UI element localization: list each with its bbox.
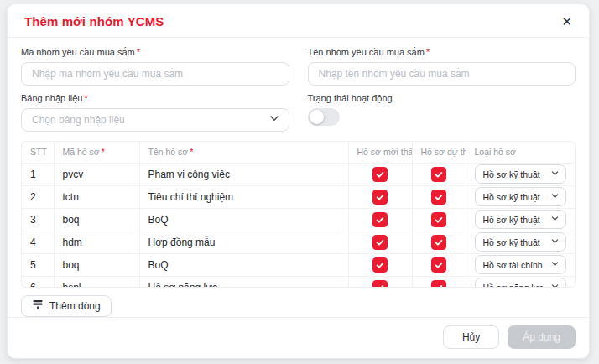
chevron-down-icon — [550, 237, 560, 248]
cell-bid-invite — [348, 276, 412, 288]
cell-name[interactable]: Phạm vi công việc — [139, 163, 348, 185]
chevron-down-icon — [268, 112, 280, 127]
bid-submit-checkbox[interactable] — [431, 235, 446, 250]
cell-bid-invite — [348, 185, 412, 208]
name-field-label: Tên nhóm yêu cầu mua sắm* — [308, 47, 576, 58]
insert-row-icon — [32, 299, 44, 313]
bid-invite-checkbox[interactable] — [372, 257, 388, 273]
bid-submit-checkbox[interactable] — [431, 190, 446, 205]
cell-name[interactable]: BoQ — [139, 253, 348, 276]
cell-stt: 6 — [22, 276, 54, 288]
doc-type-value: Hồ sơ kỹ thuật — [483, 215, 540, 225]
bid-invite-checkbox[interactable] — [372, 167, 388, 182]
doc-type-value: Hồ sơ kỹ thuật — [483, 192, 540, 202]
code-input[interactable] — [21, 62, 289, 86]
cell-bid-invite — [348, 163, 412, 185]
table-row: 2 tctn Tiêu chí thí nghiệm — [22, 185, 575, 208]
doc-type-value: Hồ sơ tài chính — [483, 260, 543, 270]
cell-stt: 5 — [22, 253, 54, 276]
dialog-title: Thêm mới nhóm YCMS — [24, 14, 164, 29]
doc-type-value: Hồ sơ năng lực — [483, 283, 544, 288]
bid-invite-checkbox[interactable] — [372, 280, 388, 288]
status-toggle[interactable] — [308, 108, 340, 126]
cell-code[interactable]: tctn — [54, 185, 139, 208]
col-header-name: Tên hồ sơ* — [139, 142, 348, 163]
doc-type-select[interactable]: Hồ sơ kỹ thuật — [475, 232, 567, 252]
chevron-down-icon — [550, 214, 560, 226]
cell-doc-type: Hồ sơ kỹ thuật — [466, 163, 575, 185]
documents-table: STT Mã hồ sơ* Tên hồ sơ* Hồ sơ mời thầu … — [21, 141, 576, 288]
cell-name[interactable]: Hồ sơ năng lực — [139, 276, 348, 288]
table-row: 6 hsnl Hồ sơ năng lực — [22, 276, 575, 288]
cell-doc-type: Hồ sơ kỹ thuật — [466, 185, 575, 208]
col-header-bid-submit: Hồ sơ dự thầu — [412, 142, 466, 163]
chevron-down-icon — [550, 169, 560, 180]
cell-name[interactable]: Tiêu chí thí nghiệm — [139, 185, 348, 208]
required-asterisk: * — [102, 147, 105, 157]
add-row-button[interactable]: Thêm dòng — [21, 295, 112, 317]
form-area: Mã nhóm yêu cầu mua sắm* Tên nhóm yêu cầ… — [8, 38, 589, 132]
cell-name[interactable]: Hợp đồng mẫu — [139, 231, 348, 253]
name-label-text: Tên nhóm yêu cầu mua sắm — [308, 47, 425, 57]
bid-submit-checkbox[interactable] — [431, 212, 446, 227]
col-header-code: Mã hồ sơ* — [54, 142, 139, 163]
cell-code[interactable]: boq — [54, 208, 139, 231]
cell-code[interactable]: hsnl — [54, 276, 139, 288]
doc-type-select[interactable]: Hồ sơ kỹ thuật — [475, 187, 567, 206]
field-group-status: Trạng thái hoạt động — [308, 93, 576, 132]
cell-bid-submit — [412, 253, 466, 276]
field-group-name: Tên nhóm yêu cầu mua sắm* — [308, 47, 576, 86]
cell-stt: 4 — [22, 231, 54, 253]
close-icon: ✕ — [561, 14, 572, 29]
cell-bid-submit — [412, 185, 466, 208]
cell-stt: 1 — [22, 163, 54, 185]
cell-bid-invite — [348, 231, 412, 253]
bid-invite-checkbox[interactable] — [372, 212, 388, 227]
cell-doc-type: Hồ sơ kỹ thuật — [466, 208, 575, 231]
input-table-label: Bảng nhập liệu* — [21, 93, 289, 104]
cell-bid-submit — [412, 208, 466, 231]
cell-code[interactable]: hdm — [54, 231, 139, 253]
dialog-header: Thêm mới nhóm YCMS ✕ — [8, 4, 589, 38]
bid-submit-checkbox[interactable] — [431, 257, 446, 273]
cell-bid-submit — [412, 231, 466, 253]
required-asterisk: * — [190, 147, 193, 157]
col-header-doc-type: Loại hồ sơ — [466, 142, 575, 163]
name-input[interactable] — [308, 62, 576, 86]
code-field-label: Mã nhóm yêu cầu mua sắm* — [21, 47, 289, 58]
doc-type-select[interactable]: Hồ sơ kỹ thuật — [475, 210, 567, 229]
bid-submit-checkbox[interactable] — [431, 167, 446, 182]
input-table-select[interactable]: Chọn bảng nhập liệu — [21, 108, 289, 132]
col-header-bid-invite: Hồ sơ mời thầu — [348, 142, 412, 163]
doc-type-select[interactable]: Hồ sơ kỹ thuật — [475, 164, 567, 184]
cell-doc-type: Hồ sơ tài chính — [466, 253, 575, 276]
table-row: 4 hdm Hợp đồng mẫu — [22, 231, 575, 253]
cell-name[interactable]: BoQ — [139, 208, 348, 231]
close-button[interactable]: ✕ — [558, 13, 576, 29]
required-asterisk: * — [426, 47, 430, 57]
col-header-stt: STT — [22, 142, 54, 163]
required-asterisk: * — [137, 47, 140, 57]
cell-code[interactable]: pvcv — [54, 163, 139, 185]
bid-submit-checkbox[interactable] — [431, 280, 446, 288]
doc-type-select[interactable]: Hồ sơ tài chính — [475, 255, 567, 274]
code-label-text: Mã nhóm yêu cầu mua sắm — [21, 47, 135, 57]
doc-type-select[interactable]: Hồ sơ năng lực — [475, 278, 567, 288]
field-group-input-table: Bảng nhập liệu* Chọn bảng nhập liệu — [21, 93, 289, 132]
bid-invite-checkbox[interactable] — [372, 235, 388, 250]
dialog-footer: Hủy Áp dụng — [8, 317, 589, 358]
table-row: 5 boq BoQ Hồ sơ — [22, 253, 575, 276]
apply-button[interactable]: Áp dụng — [508, 325, 576, 349]
cell-doc-type: Hồ sơ năng lực — [466, 276, 575, 288]
cancel-button[interactable]: Hủy — [443, 325, 499, 349]
input-table-select-placeholder: Chọn bảng nhập liệu — [32, 114, 125, 126]
chevron-down-icon — [550, 191, 560, 203]
required-asterisk: * — [84, 93, 87, 103]
bid-invite-checkbox[interactable] — [372, 190, 388, 205]
doc-type-value: Hồ sơ kỹ thuật — [483, 169, 540, 179]
table-header-row: STT Mã hồ sơ* Tên hồ sơ* Hồ sơ mời thầu … — [22, 142, 575, 163]
add-ycms-group-dialog: Thêm mới nhóm YCMS ✕ Mã nhóm yêu cầu mua… — [7, 3, 590, 359]
cell-stt: 2 — [22, 185, 54, 208]
field-group-code: Mã nhóm yêu cầu mua sắm* — [21, 47, 289, 86]
cell-code[interactable]: boq — [54, 253, 139, 276]
